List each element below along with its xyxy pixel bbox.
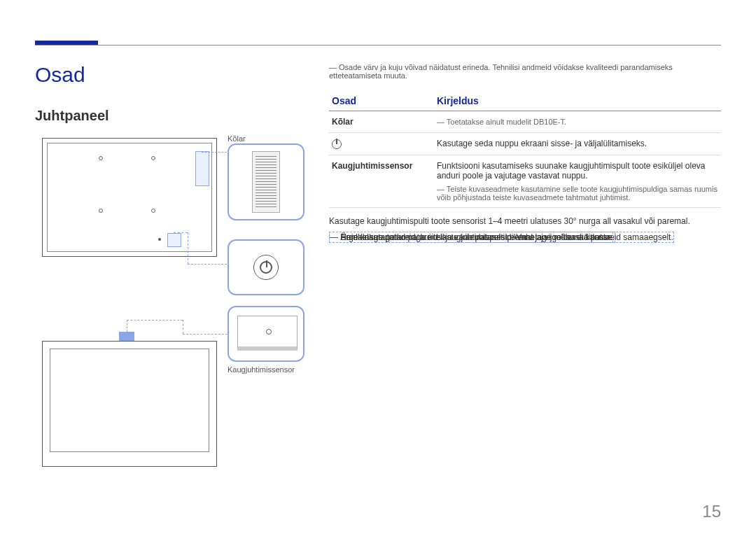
device-front-diagram xyxy=(42,341,217,467)
intro-note: Osade värv ja kuju võivad näidatust erin… xyxy=(329,63,721,80)
part-cell: Kaugjuhtimissensor xyxy=(329,155,434,207)
desc-cell: Toetatakse ainult mudelit DB10E-T. xyxy=(434,111,721,133)
left-column: Osad Juhtpaneel Kõlar Kaugjuhtimi xyxy=(35,63,308,502)
part-cell: Kõlar xyxy=(329,111,434,133)
table-row: Kaugjuhtimissensor Funktsiooni kasutamis… xyxy=(329,155,721,207)
device-diagram: Kõlar Kaugjuhtimissensor xyxy=(35,131,308,502)
table-row: Kasutage seda nuppu ekraani sisse- ja vä… xyxy=(329,133,721,155)
speaker-label: Kõlar xyxy=(227,134,246,143)
power-highlight xyxy=(167,233,181,247)
right-column: Osade värv ja kuju võivad näidatust erin… xyxy=(329,63,721,502)
power-icon xyxy=(332,139,342,149)
speaker-highlight xyxy=(195,151,209,186)
sensor-callout xyxy=(227,306,304,362)
desc-cell: Funktsiooni kasutamiseks suunake kaugjuh… xyxy=(434,155,721,207)
desc-subnote: Teiste kuvaseadmete kasutamine selle too… xyxy=(437,185,718,202)
page-number: 15 xyxy=(702,502,721,521)
device-back-diagram xyxy=(42,138,217,257)
usage-note: Eemaldage patareid, kui te kaugjuhtimisp… xyxy=(329,232,613,243)
speaker-callout xyxy=(227,143,304,220)
col-header-desc: Kirjeldus xyxy=(434,91,721,111)
header-tab-accent xyxy=(35,41,98,45)
parts-table: Osad Kirjeldus Kõlar Toetatakse ainult m… xyxy=(329,91,721,208)
sensor-highlight xyxy=(119,332,134,342)
table-row: Kõlar Toetatakse ainult mudelit DB10E-T. xyxy=(329,111,721,133)
power-button-icon xyxy=(253,255,279,280)
usage-main: Kasutage kaugjuhtimispulti toote sensori… xyxy=(329,216,721,226)
speaker-icon xyxy=(252,151,280,213)
sensor-icon xyxy=(237,316,298,351)
usage-notes: Kasutage kaugjuhtimispulti toote sensori… xyxy=(329,216,721,226)
desc-cell: Kasutage seda nuppu ekraani sisse- ja vä… xyxy=(434,133,721,155)
header-rule xyxy=(35,45,721,45)
section-title: Osad xyxy=(35,63,308,87)
power-callout xyxy=(227,239,304,295)
subsection-title: Juhtpaneel xyxy=(35,108,308,124)
col-header-part: Osad xyxy=(329,91,434,111)
part-cell xyxy=(329,133,434,155)
sensor-label: Kaugjuhtimissensor xyxy=(227,365,295,374)
